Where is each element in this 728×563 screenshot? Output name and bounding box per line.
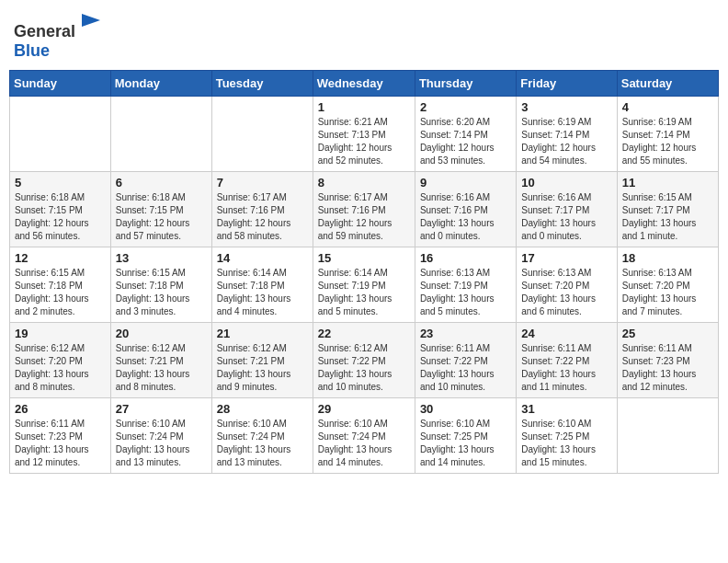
day-info: Sunrise: 6:19 AM Sunset: 7:14 PM Dayligh… [622, 116, 713, 167]
day-info: Sunrise: 6:10 AM Sunset: 7:25 PM Dayligh… [420, 418, 511, 469]
day-info: Sunrise: 6:18 AM Sunset: 7:15 PM Dayligh… [116, 191, 207, 243]
calendar-cell: 30Sunrise: 6:10 AM Sunset: 7:25 PM Dayli… [415, 397, 516, 473]
day-number: 7 [217, 176, 308, 190]
logo-general: General [14, 22, 75, 40]
day-info: Sunrise: 6:12 AM Sunset: 7:21 PM Dayligh… [116, 342, 207, 394]
day-info: Sunrise: 6:20 AM Sunset: 7:14 PM Dayligh… [420, 116, 511, 167]
day-info: Sunrise: 6:16 AM Sunset: 7:17 PM Dayligh… [521, 191, 611, 243]
day-number: 6 [116, 176, 207, 190]
calendar-cell: 26Sunrise: 6:11 AM Sunset: 7:23 PM Dayli… [10, 397, 111, 473]
weekday-header-sunday: Sunday [10, 70, 111, 96]
calendar-cell: 5Sunrise: 6:18 AM Sunset: 7:15 PM Daylig… [10, 171, 111, 247]
day-info: Sunrise: 6:15 AM Sunset: 7:17 PM Dayligh… [622, 191, 713, 243]
day-number: 17 [521, 251, 611, 265]
calendar-cell: 16Sunrise: 6:13 AM Sunset: 7:19 PM Dayli… [415, 247, 516, 322]
day-number: 26 [15, 402, 106, 416]
day-number: 14 [217, 251, 308, 265]
day-number: 10 [521, 176, 611, 190]
day-number: 5 [15, 176, 106, 190]
calendar-week-row: 26Sunrise: 6:11 AM Sunset: 7:23 PM Dayli… [10, 397, 719, 473]
calendar-cell: 4Sunrise: 6:19 AM Sunset: 7:14 PM Daylig… [617, 96, 718, 171]
calendar-cell: 14Sunrise: 6:14 AM Sunset: 7:18 PM Dayli… [211, 247, 313, 322]
day-info: Sunrise: 6:10 AM Sunset: 7:25 PM Dayligh… [521, 418, 611, 469]
day-number: 11 [622, 176, 713, 190]
calendar-cell: 15Sunrise: 6:14 AM Sunset: 7:19 PM Dayli… [313, 247, 415, 322]
day-info: Sunrise: 6:15 AM Sunset: 7:18 PM Dayligh… [116, 267, 207, 318]
day-number: 22 [318, 327, 410, 340]
day-number: 8 [318, 176, 410, 190]
calendar-cell: 8Sunrise: 6:17 AM Sunset: 7:16 PM Daylig… [313, 171, 415, 247]
day-number: 2 [420, 100, 511, 114]
calendar-cell [10, 96, 111, 171]
calendar-cell: 24Sunrise: 6:11 AM Sunset: 7:22 PM Dayli… [517, 322, 617, 397]
day-info: Sunrise: 6:12 AM Sunset: 7:22 PM Dayligh… [318, 342, 410, 394]
day-info: Sunrise: 6:13 AM Sunset: 7:20 PM Dayligh… [521, 267, 611, 318]
calendar-cell [211, 96, 313, 171]
calendar-cell: 28Sunrise: 6:10 AM Sunset: 7:24 PM Dayli… [211, 397, 313, 473]
day-number: 13 [116, 251, 207, 265]
day-info: Sunrise: 6:11 AM Sunset: 7:23 PM Dayligh… [622, 342, 713, 394]
weekday-header-thursday: Thursday [415, 70, 516, 96]
calendar-cell: 10Sunrise: 6:16 AM Sunset: 7:17 PM Dayli… [517, 171, 617, 247]
calendar-cell: 25Sunrise: 6:11 AM Sunset: 7:23 PM Dayli… [617, 322, 718, 397]
day-info: Sunrise: 6:10 AM Sunset: 7:24 PM Dayligh… [116, 418, 207, 469]
calendar-cell: 11Sunrise: 6:15 AM Sunset: 7:17 PM Dayli… [617, 171, 718, 247]
logo-blue-text: Blue [14, 41, 50, 60]
day-info: Sunrise: 6:13 AM Sunset: 7:20 PM Dayligh… [622, 267, 713, 318]
page-header: General Blue [9, 9, 719, 61]
day-number: 12 [15, 251, 106, 265]
day-info: Sunrise: 6:17 AM Sunset: 7:16 PM Dayligh… [217, 191, 308, 243]
weekday-header-monday: Monday [110, 70, 211, 96]
logo-flag-icon [77, 9, 105, 37]
day-number: 1 [318, 100, 410, 114]
calendar-cell: 6Sunrise: 6:18 AM Sunset: 7:15 PM Daylig… [110, 171, 211, 247]
weekday-header-wednesday: Wednesday [313, 70, 415, 96]
day-info: Sunrise: 6:21 AM Sunset: 7:13 PM Dayligh… [318, 116, 410, 167]
day-info: Sunrise: 6:10 AM Sunset: 7:24 PM Dayligh… [318, 418, 410, 469]
calendar-cell: 9Sunrise: 6:16 AM Sunset: 7:16 PM Daylig… [415, 171, 516, 247]
day-number: 25 [622, 327, 713, 340]
day-info: Sunrise: 6:11 AM Sunset: 7:22 PM Dayligh… [420, 342, 511, 394]
logo: General Blue [14, 9, 105, 61]
day-number: 16 [420, 251, 511, 265]
calendar-table: SundayMondayTuesdayWednesdayThursdayFrid… [9, 70, 719, 474]
calendar-cell: 29Sunrise: 6:10 AM Sunset: 7:24 PM Dayli… [313, 397, 415, 473]
calendar-cell: 19Sunrise: 6:12 AM Sunset: 7:20 PM Dayli… [10, 322, 111, 397]
logo-text: General Blue [14, 9, 105, 61]
weekday-header-saturday: Saturday [617, 70, 718, 96]
day-number: 28 [217, 402, 308, 416]
day-info: Sunrise: 6:17 AM Sunset: 7:16 PM Dayligh… [318, 191, 410, 243]
day-number: 29 [318, 402, 410, 416]
calendar-cell: 21Sunrise: 6:12 AM Sunset: 7:21 PM Dayli… [211, 322, 313, 397]
calendar-week-row: 12Sunrise: 6:15 AM Sunset: 7:18 PM Dayli… [10, 247, 719, 322]
day-number: 23 [420, 327, 511, 340]
day-info: Sunrise: 6:18 AM Sunset: 7:15 PM Dayligh… [15, 191, 106, 243]
day-info: Sunrise: 6:12 AM Sunset: 7:20 PM Dayligh… [15, 342, 106, 394]
calendar-week-row: 5Sunrise: 6:18 AM Sunset: 7:15 PM Daylig… [10, 171, 719, 247]
day-info: Sunrise: 6:11 AM Sunset: 7:23 PM Dayligh… [15, 418, 106, 469]
calendar-cell: 27Sunrise: 6:10 AM Sunset: 7:24 PM Dayli… [110, 397, 211, 473]
calendar-cell: 18Sunrise: 6:13 AM Sunset: 7:20 PM Dayli… [617, 247, 718, 322]
day-info: Sunrise: 6:12 AM Sunset: 7:21 PM Dayligh… [217, 342, 308, 394]
day-info: Sunrise: 6:13 AM Sunset: 7:19 PM Dayligh… [420, 267, 511, 318]
calendar-cell: 3Sunrise: 6:19 AM Sunset: 7:14 PM Daylig… [517, 96, 617, 171]
calendar-cell: 31Sunrise: 6:10 AM Sunset: 7:25 PM Dayli… [517, 397, 617, 473]
day-number: 21 [217, 327, 308, 340]
calendar-cell: 1Sunrise: 6:21 AM Sunset: 7:13 PM Daylig… [313, 96, 415, 171]
calendar-cell: 20Sunrise: 6:12 AM Sunset: 7:21 PM Dayli… [110, 322, 211, 397]
day-info: Sunrise: 6:19 AM Sunset: 7:14 PM Dayligh… [521, 116, 611, 167]
day-info: Sunrise: 6:14 AM Sunset: 7:19 PM Dayligh… [318, 267, 410, 318]
calendar-cell: 12Sunrise: 6:15 AM Sunset: 7:18 PM Dayli… [10, 247, 111, 322]
calendar-cell [110, 96, 211, 171]
day-info: Sunrise: 6:14 AM Sunset: 7:18 PM Dayligh… [217, 267, 308, 318]
day-number: 20 [116, 327, 207, 340]
calendar-cell: 23Sunrise: 6:11 AM Sunset: 7:22 PM Dayli… [415, 322, 516, 397]
calendar-cell: 17Sunrise: 6:13 AM Sunset: 7:20 PM Dayli… [517, 247, 617, 322]
day-info: Sunrise: 6:16 AM Sunset: 7:16 PM Dayligh… [420, 191, 511, 243]
calendar-cell [617, 397, 718, 473]
day-number: 9 [420, 176, 511, 190]
calendar-week-row: 1Sunrise: 6:21 AM Sunset: 7:13 PM Daylig… [10, 96, 719, 171]
weekday-header-row: SundayMondayTuesdayWednesdayThursdayFrid… [10, 70, 719, 96]
day-info: Sunrise: 6:10 AM Sunset: 7:24 PM Dayligh… [217, 418, 308, 469]
calendar-cell: 13Sunrise: 6:15 AM Sunset: 7:18 PM Dayli… [110, 247, 211, 322]
